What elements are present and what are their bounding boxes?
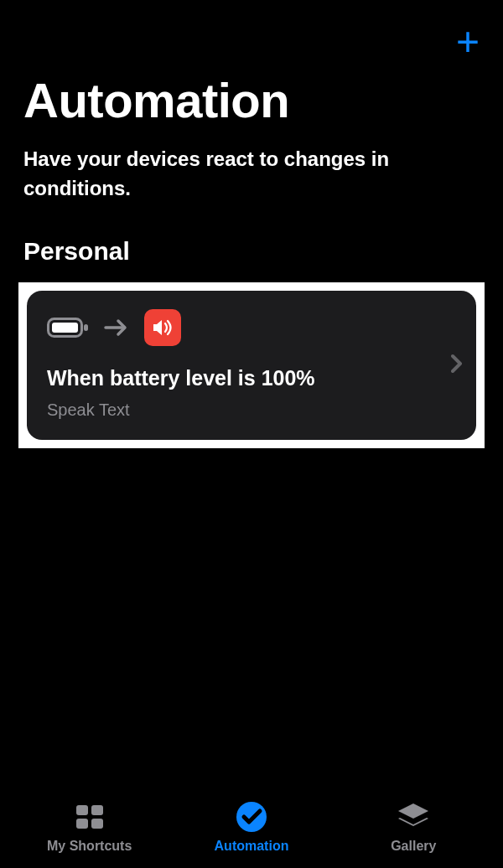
svg-rect-6 xyxy=(76,819,88,829)
svg-rect-5 xyxy=(91,805,103,815)
tab-automation[interactable]: Automation xyxy=(189,800,314,854)
tab-label: Gallery xyxy=(391,839,436,854)
chevron-right-icon xyxy=(451,354,463,377)
automation-action: Speak Text xyxy=(47,400,458,420)
speaker-icon xyxy=(144,309,181,346)
shortcuts-grid-icon xyxy=(73,800,106,834)
tab-label: Automation xyxy=(215,839,289,854)
selection-highlight: When battery level is 100% Speak Text xyxy=(18,282,485,448)
tab-bar: My Shortcuts Automation Gallery xyxy=(0,784,503,868)
tab-my-shortcuts[interactable]: My Shortcuts xyxy=(27,800,153,854)
svg-rect-7 xyxy=(91,819,103,829)
page-subtitle: Have your devices react to changes in co… xyxy=(23,145,480,204)
automation-item[interactable]: When battery level is 100% Speak Text xyxy=(27,291,476,440)
automation-title: When battery level is 100% xyxy=(47,366,458,390)
svg-rect-1 xyxy=(52,323,78,333)
automation-check-icon xyxy=(234,800,269,834)
gallery-stack-icon xyxy=(395,800,432,834)
svg-rect-4 xyxy=(76,805,88,815)
add-automation-button[interactable]: + xyxy=(456,22,480,62)
page-title: Automation xyxy=(23,72,480,128)
battery-icon xyxy=(47,318,89,338)
section-title-personal: Personal xyxy=(23,237,480,266)
tab-label: My Shortcuts xyxy=(47,839,132,854)
svg-rect-2 xyxy=(84,324,88,331)
tab-gallery[interactable]: Gallery xyxy=(350,800,476,854)
arrow-right-icon xyxy=(104,318,129,337)
